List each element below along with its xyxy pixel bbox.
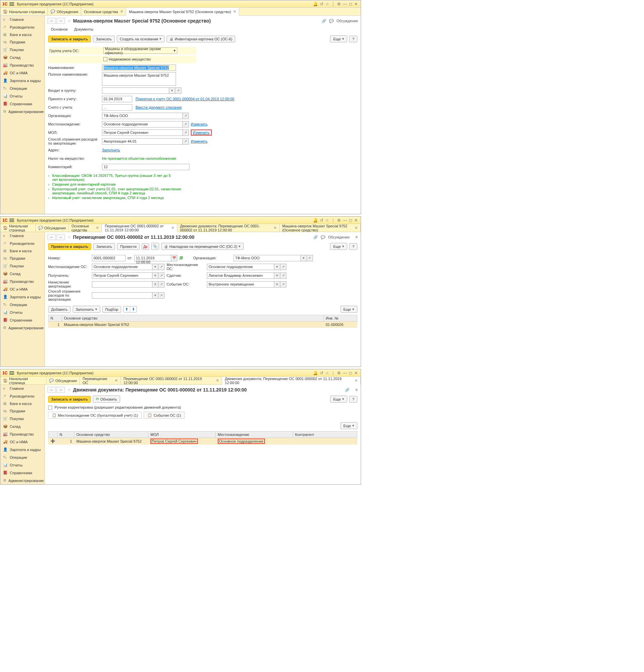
help-button[interactable]: ?	[349, 36, 357, 43]
fullname-input[interactable]: Машина-оверлок Mauser Special 9752	[102, 72, 176, 86]
sidebar-item[interactable]: ⁴⁄₅Операции	[0, 301, 45, 309]
settings-icon[interactable]: ⚙	[337, 2, 341, 7]
favorite-icon[interactable]: ☆	[68, 19, 71, 23]
sidebar-item[interactable]: ⚙Администрирование	[0, 324, 45, 332]
add-button[interactable]: Добавить	[48, 306, 71, 313]
calendar-icon[interactable]: 📅	[171, 255, 177, 261]
sidebar-item[interactable]: 🏛Банк и касса	[0, 247, 45, 255]
more-button[interactable]: Еще	[330, 396, 347, 403]
dropdown-icon[interactable]: ▾	[274, 281, 280, 288]
col-os[interactable]: Основное средство	[74, 432, 148, 438]
fill-link[interactable]: Заполнить	[102, 148, 120, 152]
expand-inventory[interactable]: Сведения для инвентарной карточки	[48, 182, 357, 186]
help-button[interactable]: ?	[349, 243, 357, 250]
settings-icon[interactable]: ⚙	[337, 371, 341, 375]
forward-button[interactable]: →	[57, 387, 65, 393]
tab-1[interactable]: Основные средства✕	[81, 8, 126, 15]
burger-icon[interactable]	[9, 2, 14, 6]
sidebar-item[interactable]: 👤Зарплата и кадры	[0, 446, 45, 453]
history-icon[interactable]: ↺	[320, 218, 323, 223]
back-button[interactable]: ←	[47, 387, 56, 393]
expand-accounting[interactable]: Бухгалтерский учет: счет учета 01.01, сч…	[48, 187, 183, 195]
print-button[interactable]: 🖨 Накладная на перемещение ОС (ОС-2)	[161, 243, 243, 250]
dropdown-icon[interactable]: ▾	[152, 273, 158, 279]
sidebar-item[interactable]: ↗Руководителю	[0, 392, 45, 400]
open-icon[interactable]: ↗	[183, 130, 189, 136]
tab-3[interactable]: Движения документа: Перемещение ОС 0001-…	[177, 224, 279, 232]
table-row[interactable]: ➕ 1 Машина-оверлок Mauser Special 9752 П…	[48, 438, 357, 445]
removed-date[interactable]: . .	[102, 104, 132, 111]
sidebar-item[interactable]: 🚚ОС и НМА	[0, 285, 45, 293]
col-icon[interactable]	[48, 432, 58, 438]
sidebar-item[interactable]: 🛒Покупки	[0, 46, 45, 53]
bell-icon[interactable]: 🔔	[313, 2, 318, 7]
refresh-button[interactable]: ⟳ Обновить	[93, 396, 120, 403]
sidebar-item[interactable]: ⁴⁄₅Операции	[0, 84, 45, 92]
table-row[interactable]: 1 Машина-оверлок Mauser Special 9752 01-…	[48, 322, 357, 328]
change-mol-link[interactable]: Изменить	[191, 130, 212, 135]
close-icon[interactable]: ✕	[233, 9, 236, 14]
close-page-icon[interactable]: ✕	[355, 235, 358, 239]
tab-2[interactable]: Перемещение ОС 0001-000002 от 11.11.2019…	[102, 224, 177, 232]
col-inv[interactable]: Инв. №	[324, 315, 357, 322]
group-select[interactable]: Машины и оборудование (кроме офисного)▾	[103, 47, 177, 54]
settings-icon[interactable]: ⚙	[337, 218, 341, 223]
sidebar-item[interactable]: ↗Руководителю	[0, 23, 45, 31]
tab-2[interactable]: Перемещение ОС 0001-000002 от 11.11.2019…	[121, 377, 222, 384]
save-close-button[interactable]: Записать и закрыть	[48, 396, 91, 403]
sidebar-item[interactable]: 🛍Продажи	[0, 38, 45, 46]
date-input[interactable]: 11.11.2019 12:00:00	[134, 255, 171, 261]
bell-icon[interactable]: 🔔	[313, 218, 318, 223]
link-icon[interactable]: 🔗	[313, 235, 318, 239]
history-icon[interactable]: ↺	[320, 371, 323, 375]
event-input[interactable]: Внутреннее перемещение	[207, 281, 274, 288]
expand-classification[interactable]: Классификация: ОКОФ 14 2926775, Третья г…	[48, 173, 176, 182]
more-icon[interactable]: ⋮	[331, 2, 335, 7]
dropdown-icon[interactable]: ▾	[274, 264, 280, 270]
close-icon[interactable]: ✕	[115, 379, 118, 383]
pick-button[interactable]: Подбор	[102, 306, 121, 313]
sidebar-item[interactable]: 👤Зарплата и кадры	[0, 77, 45, 84]
tab-discuss[interactable]: 💬 Обсуждения	[48, 8, 81, 15]
burger-icon[interactable]	[9, 219, 14, 222]
maximize-icon[interactable]: ◻	[349, 2, 352, 7]
open-icon[interactable]: ↗	[280, 264, 286, 270]
print-button[interactable]: 🖨 Инвентарная карточка ОС (ОС-6)	[167, 36, 235, 43]
back-button[interactable]: ←	[47, 18, 56, 24]
help-button[interactable]: ?	[349, 396, 357, 403]
sidebar-item[interactable]: 🏭Производство	[0, 277, 45, 285]
tab-3[interactable]: Движения документа: Перемещение ОС 0001-…	[222, 377, 361, 385]
sidebar-item[interactable]: ⚙Администрирование	[0, 477, 45, 484]
col-contr[interactable]: Контрагент	[293, 432, 357, 438]
sidebar-item[interactable]: 🏛Банк и касса	[0, 400, 45, 407]
org-input[interactable]: ТФ-Мега ООО	[234, 255, 301, 261]
save-button[interactable]: Записать	[93, 36, 115, 43]
star-icon[interactable]: ☆	[325, 2, 329, 7]
star-icon[interactable]: ☆	[325, 218, 329, 223]
subtab-location[interactable]: 📋 Местонахождение ОС (бухгалтерский учет…	[48, 412, 142, 419]
dropdown-icon[interactable]: ▾	[152, 281, 158, 288]
sidebar-item[interactable]: 📦Склад	[0, 53, 45, 61]
open-icon[interactable]: ↗	[183, 113, 189, 119]
burger-icon[interactable]	[9, 371, 14, 375]
forward-button[interactable]: →	[57, 18, 65, 24]
sidebar-item[interactable]: 🏭Производство	[0, 430, 45, 438]
remove-link[interactable]: Ввести документ списания	[135, 105, 182, 109]
sidebar-item[interactable]: 📊Отчеты	[0, 461, 45, 469]
col-n[interactable]: N	[48, 315, 62, 322]
sidebar-item[interactable]: ≡Главное	[0, 232, 45, 239]
dropdown-icon[interactable]: ▾	[152, 292, 158, 299]
loc2-input[interactable]: Основное подразделение	[207, 264, 274, 270]
tab-1[interactable]: Основные средства✕	[69, 224, 102, 232]
col-os[interactable]: Основное средство	[62, 315, 324, 322]
method-input[interactable]	[92, 292, 152, 299]
forward-button[interactable]: →	[57, 234, 65, 240]
tab-2[interactable]: Машина-оверлок Mauser Special 9752 (Осно…	[126, 8, 239, 16]
expand-tax[interactable]: Налоговый учет: начисление амортизации, …	[48, 196, 357, 200]
sidebar-item[interactable]: ↗Руководителю	[0, 239, 45, 247]
sidebar-item[interactable]: 📕Справочники	[0, 316, 45, 324]
close-icon[interactable]: ✕	[355, 379, 358, 383]
dropdown-icon[interactable]: ▾	[152, 264, 158, 270]
post-close-button[interactable]: Провести и закрыть	[48, 243, 91, 250]
accepted-date[interactable]: 01.04.2019	[102, 96, 132, 102]
